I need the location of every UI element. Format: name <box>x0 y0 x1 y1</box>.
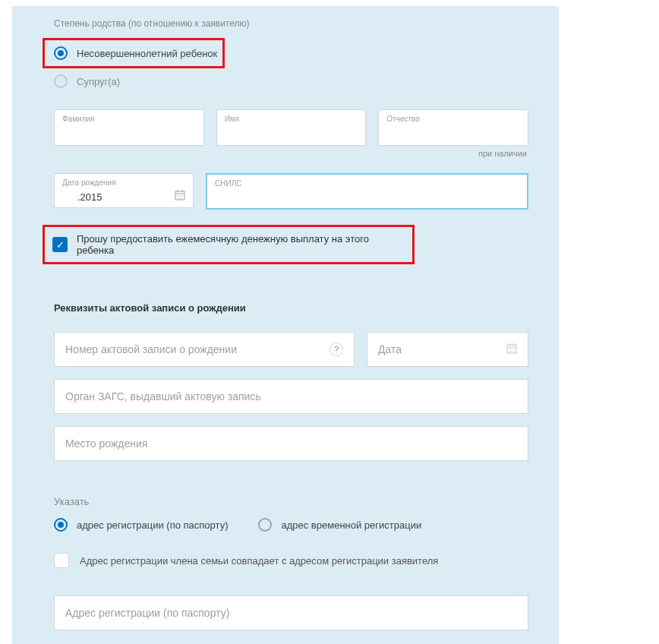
patronymic-input[interactable]: Отчество <box>378 109 528 146</box>
payment-label: Прошу предоставить ежемесячную денежную … <box>77 233 405 256</box>
radio-spouse[interactable] <box>54 74 68 88</box>
same-address-label: Адрес регистрации члена семьи совпадает … <box>80 555 438 567</box>
check-icon: ✓ <box>56 239 65 251</box>
svg-point-6 <box>179 195 180 196</box>
firstname-input[interactable]: Имя <box>216 109 367 146</box>
svg-point-16 <box>511 349 512 349</box>
svg-point-5 <box>177 195 178 196</box>
authority-placeholder: Орган ЗАГС, выдавший актовую запись <box>65 390 517 402</box>
address-placeholder: Адрес регистрации (по паспорту) <box>65 607 517 619</box>
birthdate-value: .2015 <box>62 191 175 203</box>
record-number-placeholder: Номер актовой записи о рождении <box>65 343 330 355</box>
record-number-input[interactable]: Номер актовой записи о рождении ? <box>54 332 355 367</box>
radio-minor-child[interactable] <box>54 46 68 60</box>
authority-input[interactable]: Орган ЗАГС, выдавший актовую запись <box>54 379 528 414</box>
snils-label: СНИЛС <box>215 179 241 188</box>
birthdate-label: Дата рождения <box>62 178 116 187</box>
svg-point-19 <box>511 351 512 352</box>
svg-point-10 <box>181 197 182 198</box>
calendar-icon[interactable] <box>506 343 517 356</box>
radio-registration-label: адрес регистрации (по паспорту) <box>77 519 228 531</box>
svg-point-7 <box>181 195 182 196</box>
birthplace-input[interactable]: Место рождения <box>54 426 528 461</box>
radio-minor-label: Несовершеннолетний ребенок <box>77 48 217 59</box>
birth-record-title: Реквизиты актовой записи о рождении <box>12 264 559 332</box>
radio-temporary-label: адрес временной регистрации <box>281 519 421 531</box>
svg-point-9 <box>179 197 180 198</box>
radio-temporary-address[interactable] <box>258 518 272 532</box>
birthdate-input[interactable]: Дата рождения .2015 <box>54 173 194 208</box>
birthplace-placeholder: Место рождения <box>65 437 517 450</box>
help-icon[interactable]: ? <box>330 343 343 356</box>
radio-registration-address[interactable] <box>54 518 68 532</box>
specify-label: Указать <box>12 473 559 518</box>
highlight-payment: ✓ Прошу предоставить ежемесячную денежну… <box>43 225 415 264</box>
svg-point-8 <box>177 197 178 198</box>
surname-label: Фамилия <box>62 115 94 123</box>
record-date-input[interactable]: Дата <box>367 332 528 367</box>
payment-checkbox[interactable]: ✓ <box>52 237 68 252</box>
surname-input[interactable]: Фамилия <box>54 109 204 146</box>
svg-point-15 <box>509 349 509 349</box>
patronymic-hint: при наличии <box>12 146 559 158</box>
address-input[interactable]: Адрес регистрации (по паспорту) <box>54 595 528 630</box>
snils-input[interactable]: СНИЛС <box>206 173 528 210</box>
radio-spouse-label: Супруг(а) <box>77 76 120 87</box>
patronymic-label: Отчество <box>386 115 419 123</box>
svg-point-20 <box>513 351 514 352</box>
highlight-minor-child: Несовершеннолетний ребенок <box>43 38 225 68</box>
firstname-label: Имя <box>225 115 239 123</box>
svg-point-17 <box>513 349 514 349</box>
calendar-icon[interactable] <box>175 190 185 203</box>
record-date-placeholder: Дата <box>378 343 506 355</box>
relationship-label: Степень родства (по отношению к заявител… <box>12 6 559 38</box>
same-address-checkbox[interactable] <box>54 553 69 568</box>
svg-point-18 <box>509 351 509 352</box>
